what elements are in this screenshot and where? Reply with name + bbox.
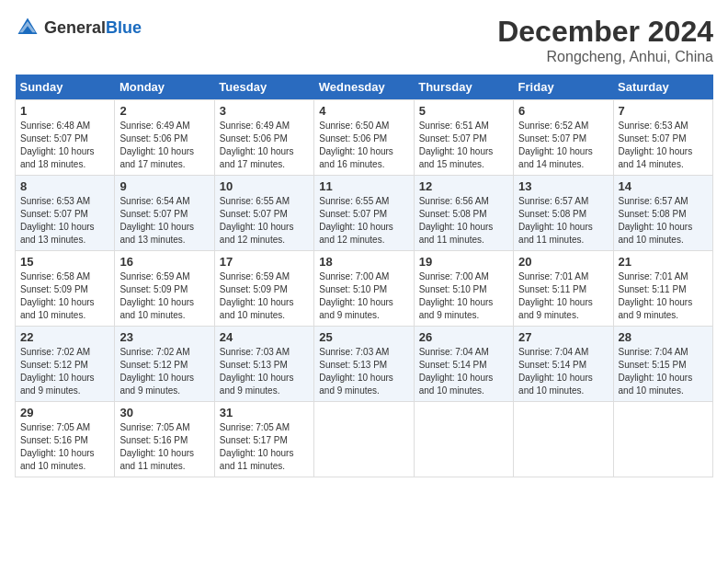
cell-sun-info: Sunrise: 7:03 AM Sunset: 5:13 PM Dayligh…	[220, 346, 309, 397]
calendar-cell: 10Sunrise: 6:55 AM Sunset: 5:07 PM Dayli…	[214, 176, 313, 251]
calendar-cell: 20Sunrise: 7:01 AM Sunset: 5:11 PM Dayli…	[514, 251, 613, 327]
calendar-table: SundayMondayTuesdayWednesdayThursdayFrid…	[15, 75, 713, 477]
calendar-week-row: 8Sunrise: 6:53 AM Sunset: 5:07 PM Daylig…	[16, 176, 713, 251]
day-number: 12	[419, 179, 508, 193]
day-number: 1	[20, 104, 109, 118]
calendar-cell: 24Sunrise: 7:03 AM Sunset: 5:13 PM Dayli…	[214, 327, 313, 402]
day-number: 21	[619, 255, 708, 269]
day-number: 17	[220, 255, 309, 269]
cell-sun-info: Sunrise: 6:52 AM Sunset: 5:07 PM Dayligh…	[518, 120, 608, 171]
day-number: 16	[119, 255, 209, 269]
day-number: 2	[119, 104, 209, 118]
cell-sun-info: Sunrise: 7:00 AM Sunset: 5:10 PM Dayligh…	[319, 270, 408, 322]
logo-blue-text: Blue	[106, 18, 142, 37]
day-number: 31	[220, 406, 309, 419]
day-number: 6	[518, 104, 608, 118]
cell-sun-info: Sunrise: 6:59 AM Sunset: 5:09 PM Dayligh…	[220, 270, 309, 322]
calendar-cell: 6Sunrise: 6:52 AM Sunset: 5:07 PM Daylig…	[514, 100, 613, 176]
calendar-cell: 16Sunrise: 6:59 AM Sunset: 5:09 PM Dayli…	[115, 251, 214, 327]
cell-sun-info: Sunrise: 7:02 AM Sunset: 5:12 PM Dayligh…	[20, 346, 109, 397]
column-header-friday: Friday	[514, 75, 613, 100]
day-number: 8	[20, 179, 109, 193]
logo: GeneralBlue	[15, 15, 142, 40]
column-header-monday: Monday	[115, 75, 214, 100]
calendar-cell: 14Sunrise: 6:57 AM Sunset: 5:08 PM Dayli…	[613, 176, 712, 251]
cell-sun-info: Sunrise: 6:55 AM Sunset: 5:07 PM Dayligh…	[220, 195, 309, 247]
calendar-cell: 13Sunrise: 6:57 AM Sunset: 5:08 PM Dayli…	[514, 176, 613, 251]
cell-sun-info: Sunrise: 7:04 AM Sunset: 5:15 PM Dayligh…	[619, 346, 708, 397]
day-number: 24	[220, 330, 309, 344]
cell-sun-info: Sunrise: 6:51 AM Sunset: 5:07 PM Dayligh…	[419, 120, 508, 171]
cell-sun-info: Sunrise: 6:56 AM Sunset: 5:08 PM Dayligh…	[419, 195, 508, 247]
cell-sun-info: Sunrise: 7:01 AM Sunset: 5:11 PM Dayligh…	[619, 270, 708, 322]
calendar-cell: 27Sunrise: 7:04 AM Sunset: 5:14 PM Dayli…	[514, 327, 613, 402]
cell-sun-info: Sunrise: 6:58 AM Sunset: 5:09 PM Dayligh…	[20, 270, 109, 322]
column-header-sunday: Sunday	[16, 75, 115, 100]
cell-sun-info: Sunrise: 7:05 AM Sunset: 5:17 PM Dayligh…	[220, 421, 309, 473]
calendar-cell: 28Sunrise: 7:04 AM Sunset: 5:15 PM Dayli…	[613, 327, 712, 402]
cell-sun-info: Sunrise: 6:49 AM Sunset: 5:06 PM Dayligh…	[220, 120, 309, 171]
calendar-cell: 8Sunrise: 6:53 AM Sunset: 5:07 PM Daylig…	[16, 176, 115, 251]
calendar-cell: 1Sunrise: 6:48 AM Sunset: 5:07 PM Daylig…	[16, 100, 115, 176]
cell-sun-info: Sunrise: 6:50 AM Sunset: 5:06 PM Dayligh…	[319, 120, 408, 171]
calendar-cell: 21Sunrise: 7:01 AM Sunset: 5:11 PM Dayli…	[613, 251, 712, 327]
cell-sun-info: Sunrise: 7:01 AM Sunset: 5:11 PM Dayligh…	[518, 270, 608, 322]
calendar-cell: 5Sunrise: 6:51 AM Sunset: 5:07 PM Daylig…	[414, 100, 513, 176]
calendar-cell: 15Sunrise: 6:58 AM Sunset: 5:09 PM Dayli…	[16, 251, 115, 327]
calendar-cell	[613, 402, 712, 477]
day-number: 27	[518, 330, 608, 344]
page-header: GeneralBlue December 2024 Rongcheng, Anh…	[15, 15, 713, 65]
title-block: December 2024 Rongcheng, Anhui, China	[497, 15, 713, 65]
day-number: 22	[20, 330, 109, 344]
cell-sun-info: Sunrise: 7:04 AM Sunset: 5:14 PM Dayligh…	[518, 346, 608, 397]
calendar-cell: 29Sunrise: 7:05 AM Sunset: 5:16 PM Dayli…	[16, 402, 115, 477]
cell-sun-info: Sunrise: 7:04 AM Sunset: 5:14 PM Dayligh…	[419, 346, 508, 397]
calendar-week-row: 1Sunrise: 6:48 AM Sunset: 5:07 PM Daylig…	[16, 100, 713, 176]
calendar-cell: 26Sunrise: 7:04 AM Sunset: 5:14 PM Dayli…	[414, 327, 513, 402]
calendar-cell	[414, 402, 513, 477]
day-number: 19	[419, 255, 508, 269]
cell-sun-info: Sunrise: 6:48 AM Sunset: 5:07 PM Dayligh…	[20, 120, 109, 171]
day-number: 11	[319, 179, 408, 193]
calendar-cell: 31Sunrise: 7:05 AM Sunset: 5:17 PM Dayli…	[214, 402, 313, 477]
cell-sun-info: Sunrise: 6:55 AM Sunset: 5:07 PM Dayligh…	[319, 195, 408, 247]
calendar-cell: 18Sunrise: 7:00 AM Sunset: 5:10 PM Dayli…	[314, 251, 414, 327]
calendar-cell: 30Sunrise: 7:05 AM Sunset: 5:16 PM Dayli…	[115, 402, 214, 477]
calendar-cell: 19Sunrise: 7:00 AM Sunset: 5:10 PM Dayli…	[414, 251, 513, 327]
calendar-header-row: SundayMondayTuesdayWednesdayThursdayFrid…	[16, 75, 713, 100]
logo-general-text: General	[44, 18, 106, 37]
logo-icon	[15, 15, 40, 40]
day-number: 23	[119, 330, 209, 344]
column-header-wednesday: Wednesday	[314, 75, 414, 100]
day-number: 20	[518, 255, 608, 269]
cell-sun-info: Sunrise: 6:57 AM Sunset: 5:08 PM Dayligh…	[619, 195, 708, 247]
calendar-cell: 17Sunrise: 6:59 AM Sunset: 5:09 PM Dayli…	[214, 251, 313, 327]
cell-sun-info: Sunrise: 7:05 AM Sunset: 5:16 PM Dayligh…	[119, 421, 209, 473]
calendar-cell: 9Sunrise: 6:54 AM Sunset: 5:07 PM Daylig…	[115, 176, 214, 251]
calendar-cell: 22Sunrise: 7:02 AM Sunset: 5:12 PM Dayli…	[16, 327, 115, 402]
location: Rongcheng, Anhui, China	[497, 49, 713, 65]
day-number: 15	[20, 255, 109, 269]
calendar-week-row: 29Sunrise: 7:05 AM Sunset: 5:16 PM Dayli…	[16, 402, 713, 477]
cell-sun-info: Sunrise: 6:54 AM Sunset: 5:07 PM Dayligh…	[119, 195, 209, 247]
calendar-cell: 3Sunrise: 6:49 AM Sunset: 5:06 PM Daylig…	[214, 100, 313, 176]
calendar-week-row: 15Sunrise: 6:58 AM Sunset: 5:09 PM Dayli…	[16, 251, 713, 327]
cell-sun-info: Sunrise: 6:57 AM Sunset: 5:08 PM Dayligh…	[518, 195, 608, 247]
cell-sun-info: Sunrise: 6:49 AM Sunset: 5:06 PM Dayligh…	[119, 120, 209, 171]
day-number: 28	[619, 330, 708, 344]
day-number: 3	[220, 104, 309, 118]
cell-sun-info: Sunrise: 6:53 AM Sunset: 5:07 PM Dayligh…	[20, 195, 109, 247]
calendar-cell: 2Sunrise: 6:49 AM Sunset: 5:06 PM Daylig…	[115, 100, 214, 176]
cell-sun-info: Sunrise: 7:05 AM Sunset: 5:16 PM Dayligh…	[20, 421, 109, 473]
day-number: 25	[319, 330, 408, 344]
calendar-week-row: 22Sunrise: 7:02 AM Sunset: 5:12 PM Dayli…	[16, 327, 713, 402]
calendar-cell: 4Sunrise: 6:50 AM Sunset: 5:06 PM Daylig…	[314, 100, 414, 176]
day-number: 13	[518, 179, 608, 193]
calendar-cell: 11Sunrise: 6:55 AM Sunset: 5:07 PM Dayli…	[314, 176, 414, 251]
column-header-saturday: Saturday	[613, 75, 712, 100]
day-number: 4	[319, 104, 408, 118]
calendar-cell	[514, 402, 613, 477]
day-number: 29	[20, 406, 109, 419]
calendar-cell: 25Sunrise: 7:03 AM Sunset: 5:13 PM Dayli…	[314, 327, 414, 402]
calendar-cell: 7Sunrise: 6:53 AM Sunset: 5:07 PM Daylig…	[613, 100, 712, 176]
